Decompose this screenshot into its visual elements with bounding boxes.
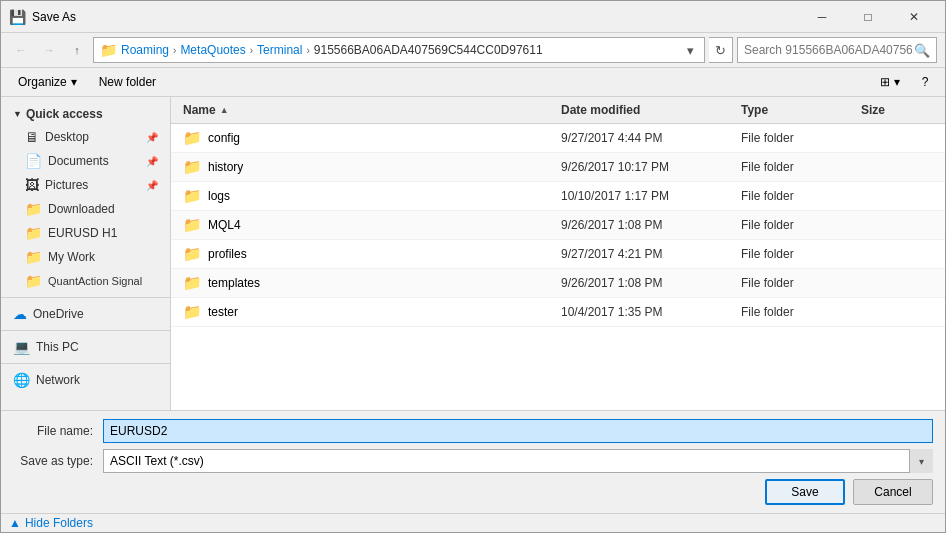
sidebar-divider-1 [1,297,170,298]
address-dropdown-button[interactable]: ▾ [682,42,698,58]
address-bar[interactable]: 📁 Roaming › MetaQuotes › Terminal › 9155… [93,37,705,63]
table-row[interactable]: 📁 templates 9/26/2017 1:08 PM File folde… [171,269,945,298]
hide-folders-label: Hide Folders [25,516,93,530]
file-date: 9/27/2017 4:44 PM [557,129,737,147]
file-name-cell: 📁 profiles [179,243,557,265]
file-area: Name ▲ Date modified Type Size � [171,97,945,410]
col-header-name[interactable]: Name ▲ [179,101,557,119]
file-list: Name ▲ Date modified Type Size � [171,97,945,410]
sidebar-item-label-documents: Documents [48,154,109,168]
file-type: File folder [737,274,857,292]
file-date: 9/26/2017 10:17 PM [557,158,737,176]
file-size [857,281,937,285]
file-type: File folder [737,158,857,176]
file-date: 9/26/2017 1:08 PM [557,274,737,292]
filetype-select-wrapper: ASCII Text (*.csv)CSV (*.csv)Text (*.txt… [103,449,933,473]
sidebar: ▼ Quick access 🖥 Desktop 📌 📄 Documents 📌… [1,97,171,410]
close-button[interactable]: ✕ [891,1,937,33]
file-date: 9/26/2017 1:08 PM [557,216,737,234]
thispc-icon: 💻 [13,339,30,355]
address-current-folder: 915566BA06ADA407569C544CC0D97611 [314,43,543,57]
col-header-type[interactable]: Type [737,101,857,119]
sidebar-item-downloaded[interactable]: 📁 Downloaded [1,197,170,221]
search-icon[interactable]: 🔍 [914,43,930,58]
table-row[interactable]: 📁 profiles 9/27/2017 4:21 PM File folder [171,240,945,269]
address-crumb-metaquotes[interactable]: MetaQuotes [180,43,245,57]
downloaded-folder-icon: 📁 [25,201,42,217]
file-name: history [208,160,243,174]
table-row[interactable]: 📁 tester 10/4/2017 1:35 PM File folder [171,298,945,327]
search-box[interactable]: 🔍 [737,37,937,63]
sidebar-item-quantaction[interactable]: 📁 QuantAction Signal [1,269,170,293]
sidebar-item-label-mywork: My Work [48,250,95,264]
file-name: config [208,131,240,145]
sidebar-item-eurusd[interactable]: 📁 EURUSD H1 [1,221,170,245]
save-button[interactable]: Save [765,479,845,505]
forward-button[interactable]: → [37,38,61,62]
folder-icon: 📁 [183,216,202,234]
file-name: MQL4 [208,218,241,232]
table-row[interactable]: 📁 logs 10/10/2017 1:17 PM File folder [171,182,945,211]
sidebar-item-documents[interactable]: 📄 Documents 📌 [1,149,170,173]
folder-icon: 📁 [183,274,202,292]
onedrive-icon: ☁ [13,306,27,322]
pictures-pin-icon: 📌 [146,180,158,191]
sidebar-item-network[interactable]: 🌐 Network [1,368,170,392]
file-type: File folder [737,245,857,263]
navigation-toolbar: ← → ↑ 📁 Roaming › MetaQuotes › Terminal … [1,33,945,68]
table-row[interactable]: 📁 config 9/27/2017 4:44 PM File folder [171,124,945,153]
organize-button[interactable]: Organize ▾ [9,70,86,94]
maximize-button[interactable]: □ [845,1,891,33]
address-sep-3: › [306,45,309,56]
file-name-cell: 📁 MQL4 [179,214,557,236]
file-type: File folder [737,129,857,147]
folder-icon: 📁 [183,245,202,263]
new-folder-button[interactable]: New folder [90,70,165,94]
file-type: File folder [737,187,857,205]
search-input[interactable] [744,43,914,57]
pictures-icon: 🖼 [25,177,39,193]
table-row[interactable]: 📁 history 9/26/2017 10:17 PM File folder [171,153,945,182]
file-name: templates [208,276,260,290]
sidebar-item-label-network: Network [36,373,80,387]
address-crumb-terminal[interactable]: Terminal [257,43,302,57]
back-button[interactable]: ← [9,38,33,62]
sidebar-item-pictures[interactable]: 🖼 Pictures 📌 [1,173,170,197]
save-as-dialog: 💾 Save As ─ □ ✕ ← → ↑ 📁 Roaming › MetaQu… [0,0,946,533]
sidebar-item-label-thispc: This PC [36,340,79,354]
help-button[interactable]: ? [913,70,937,94]
quick-access-label: Quick access [26,107,103,121]
file-name-cell: 📁 config [179,127,557,149]
address-sep-2: › [250,45,253,56]
hide-folders-bar[interactable]: ▲ Hide Folders [1,513,945,532]
col-header-size[interactable]: Size [857,101,937,119]
file-name-cell: 📁 logs [179,185,557,207]
sidebar-item-thispc[interactable]: 💻 This PC [1,335,170,359]
address-crumb-roaming[interactable]: Roaming [121,43,169,57]
refresh-button[interactable]: ↻ [709,37,733,63]
sidebar-divider-3 [1,363,170,364]
table-row[interactable]: 📁 MQL4 9/26/2017 1:08 PM File folder [171,211,945,240]
sidebar-item-onedrive[interactable]: ☁ OneDrive [1,302,170,326]
quick-access-chevron-icon: ▼ [13,109,22,119]
filetype-select[interactable]: ASCII Text (*.csv)CSV (*.csv)Text (*.txt… [103,449,933,473]
file-date: 10/10/2017 1:17 PM [557,187,737,205]
up-button[interactable]: ↑ [65,38,89,62]
file-date: 10/4/2017 1:35 PM [557,303,737,321]
filename-label: File name: [13,424,103,438]
col-header-date[interactable]: Date modified [557,101,737,119]
sidebar-item-label-onedrive: OneDrive [33,307,84,321]
minimize-button[interactable]: ─ [799,1,845,33]
cancel-button[interactable]: Cancel [853,479,933,505]
sidebar-section-quick-access[interactable]: ▼ Quick access [1,101,170,125]
sidebar-item-desktop[interactable]: 🖥 Desktop 📌 [1,125,170,149]
filename-input[interactable] [103,419,933,443]
sidebar-item-label-desktop: Desktop [45,130,89,144]
file-date: 9/27/2017 4:21 PM [557,245,737,263]
file-size [857,165,937,169]
file-type: File folder [737,216,857,234]
view-button[interactable]: ⊞ ▾ [871,70,909,94]
title-bar: 💾 Save As ─ □ ✕ [1,1,945,33]
sidebar-item-mywork[interactable]: 📁 My Work [1,245,170,269]
file-size [857,223,937,227]
